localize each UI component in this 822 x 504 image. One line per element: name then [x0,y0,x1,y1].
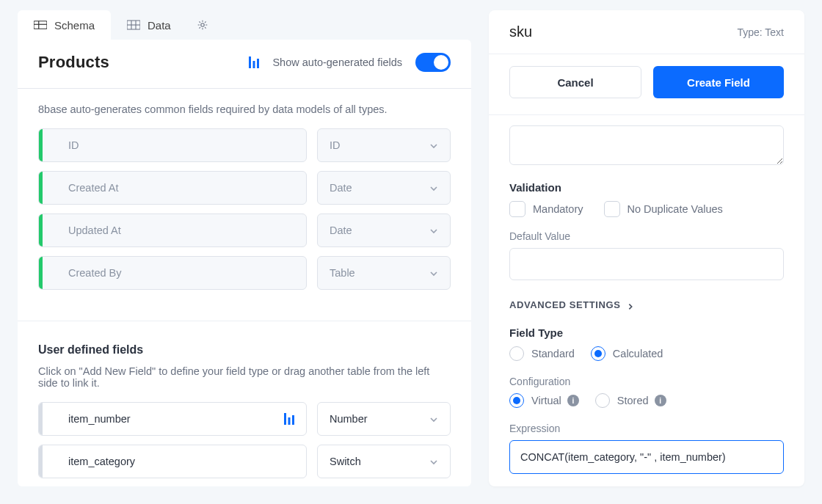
auto-field-name[interactable]: ID [38,128,307,162]
data-grid-icon [127,20,140,30]
auto-fields-toggle[interactable] [415,53,451,72]
svg-rect-13 [292,415,294,425]
config-stored-radio[interactable] [595,393,610,408]
auto-field-name[interactable]: Updated At [38,213,307,247]
tab-schema-label: Schema [54,19,95,32]
page-title: Products [38,53,109,72]
info-icon[interactable]: i [567,395,579,406]
expression-input[interactable] [509,440,784,474]
field-type-calculated-label: Calculated [613,348,663,359]
create-field-button[interactable]: Create Field [653,66,784,98]
default-value-label: Default Value [509,230,784,242]
field-type-label: Type: Text [737,26,784,38]
chevron-down-icon [429,269,438,277]
schema-icon [34,20,47,30]
svg-rect-8 [249,56,251,68]
field-type-calculated-radio[interactable] [591,346,605,361]
field-name-heading: sku [509,23,532,40]
auto-field-type[interactable]: Table [317,256,451,290]
mandatory-label: Mandatory [533,203,583,215]
auto-field-rows: ID ID Created At Date Updated At Date Cr… [18,128,471,315]
bars-icon[interactable] [249,56,259,68]
bars-icon [284,413,294,425]
svg-rect-9 [253,61,255,68]
user-field-type[interactable]: Switch [317,445,451,478]
field-type-heading: Field Type [509,326,784,339]
tab-settings[interactable] [187,10,221,40]
user-help-text: Click on "Add New Field" to define your … [18,364,471,402]
auto-field-name[interactable]: Created At [38,171,307,205]
svg-point-7 [200,23,203,26]
field-editor-panel: sku Type: Text Cancel Create Field Valid… [489,10,804,486]
mandatory-checkbox[interactable] [509,201,525,217]
default-value-input[interactable] [509,248,784,280]
chevron-right-icon [627,302,634,309]
auto-help-text: 8base auto-generates common fields requi… [18,89,471,128]
tab-schema[interactable]: Schema [18,10,111,40]
field-type-standard-label: Standard [531,348,575,359]
configuration-label: Configuration [509,376,784,387]
svg-rect-12 [288,417,291,425]
chevron-down-icon [429,226,438,235]
description-textarea[interactable] [509,125,784,165]
tab-data[interactable]: Data [111,10,187,40]
no-duplicate-label: No Duplicate Values [628,203,723,215]
no-duplicate-checkbox[interactable] [604,201,620,217]
advanced-settings-toggle[interactable]: ADVANCED SETTINGS [509,299,784,310]
info-icon[interactable]: i [655,395,666,406]
user-section-title: User defined fields [18,340,471,364]
expression-label: Expression [509,423,784,434]
validation-heading: Validation [509,181,784,194]
gear-icon [197,20,211,30]
user-field-name[interactable]: item_number [38,402,307,436]
chevron-down-icon [429,457,438,466]
config-virtual-radio[interactable] [509,393,524,408]
chevron-down-icon [429,141,438,150]
tabs: Schema Data [18,10,471,40]
svg-rect-10 [257,59,259,68]
auto-toggle-label: Show auto-generated fields [272,56,402,68]
config-virtual-label: Virtuali [531,395,579,406]
auto-field-name[interactable]: Created By [38,256,307,290]
cancel-button[interactable]: Cancel [509,66,641,98]
tab-data-label: Data [148,19,171,32]
config-stored-label: Storedi [617,395,666,406]
auto-field-type[interactable]: ID [317,128,451,162]
svg-rect-0 [34,21,47,29]
auto-field-type[interactable]: Date [317,213,451,247]
chevron-down-icon [429,414,438,423]
chevron-down-icon [429,183,438,192]
field-type-standard-radio[interactable] [509,346,524,361]
user-field-type[interactable]: Number [317,402,451,436]
panel-card: Products Show auto-generated fields 8bas… [18,40,471,486]
user-field-name[interactable]: item_category [38,445,307,478]
svg-rect-11 [284,413,286,425]
user-field-rows: item_number Number item_category Switch … [18,402,471,486]
auto-field-type[interactable]: Date [317,171,451,205]
